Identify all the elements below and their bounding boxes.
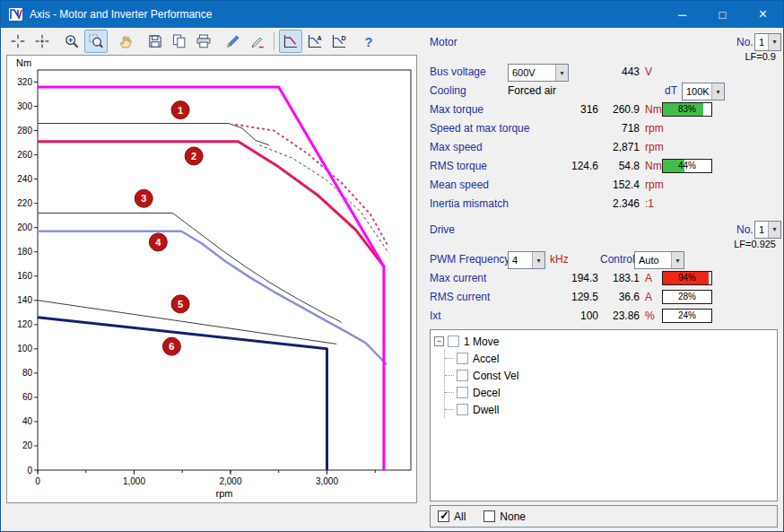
y-tick-label: 40 [22,416,33,426]
pen-edit-icon [225,33,241,49]
help-button[interactable]: ? [357,30,380,53]
motor-section-label: Motor [430,33,457,51]
max-torque-label: Max torque [430,100,483,119]
inertia-mismatch-unit: :1 [645,195,654,214]
zoom-window-button[interactable] [84,30,108,53]
curve-badge-5: 5 [171,295,189,313]
motor-no-select[interactable]: 1 [754,33,781,51]
pwm-frequency-unit: kHz [550,250,569,269]
zoom-in-button[interactable] [60,30,83,53]
tree-row-accel[interactable]: Accel [445,350,773,367]
badge-number: 2 [191,151,196,161]
max-speed-unit: rpm [645,138,664,157]
max-torque-value: 260.9 [600,100,640,119]
print-button[interactable] [192,30,215,53]
y-tick-label: 300 [17,101,32,111]
move-tree: 1 Move Accel Const Vel Decel [430,329,778,501]
accel-label[interactable]: Accel [473,353,499,365]
chart-frame [38,70,411,470]
move-1-checkbox[interactable] [448,336,459,347]
series-continuous-torque-curve [38,231,387,365]
pwm-frequency-select[interactable]: 4 [508,251,545,269]
bus-voltage-selected: 600V [509,64,555,83]
save-icon [147,33,163,49]
badge-number: 4 [155,237,161,248]
pen-annotate-button[interactable] [246,30,269,53]
speed-at-max-torque-row: Speed at max torque 718 rpm [430,119,778,138]
move-1-label[interactable]: 1 Move [464,336,499,348]
maximize-button[interactable]: □ [702,1,743,28]
close-button[interactable]: × [743,1,783,28]
all-checkbox[interactable] [438,510,449,522]
const-vel-label[interactable]: Const Vel [473,370,518,382]
torque-speed-chart[interactable]: 0204060801001201401601802002202402602803… [7,56,416,502]
mean-speed-row: Mean speed 152.4 rpm [430,176,778,195]
dt-label: dT [665,82,677,100]
rms-torque-limit: 124.6 [536,157,598,176]
dwell-label[interactable]: Dwell [473,404,499,416]
const-vel-checkbox[interactable] [457,370,468,381]
tree-row-dwell[interactable]: Dwell [445,401,773,418]
cooling-value: Forced air [508,82,556,100]
max-current-label: Max current [430,269,486,288]
max-current-unit: A [645,269,652,288]
titlebar[interactable]: Axis - Motor and Inverter Performance ─ … [1,1,783,28]
crosshair-cursor-button[interactable] [6,30,30,53]
x-tick-label: 3,000 [316,476,338,486]
rms-current-unit: A [645,288,652,307]
decel-checkbox[interactable] [457,387,468,398]
chevron-down-icon [532,252,544,268]
bar-percent: 44% [663,160,711,172]
chevron-down-icon [711,83,724,100]
select-all[interactable]: All [438,510,466,523]
dwell-checkbox[interactable] [457,404,468,415]
none-checkbox[interactable] [483,510,495,522]
app-window: Axis - Motor and Inverter Performance ─ … [0,0,784,532]
rms-current-label: RMS current [430,288,490,307]
drive-section-label: Drive [430,221,455,239]
minimize-button[interactable]: ─ [662,1,702,28]
crosshair-snap-button[interactable] [30,30,54,53]
series-application-torque-curve [38,318,327,470]
chart-accel-button[interactable]: A [303,30,327,53]
print-icon [196,33,212,49]
bus-voltage-select[interactable]: 600V [508,64,569,82]
y-tick-label: 140 [17,295,32,305]
max-speed-value: 2,871 [600,138,640,157]
rms-torque-usage-bar: 44% [662,159,712,173]
bus-voltage-unit: V [645,63,652,82]
y-tick-label: 240 [17,174,32,184]
dt-select[interactable]: 100K [682,83,725,100]
tree-row-const-vel[interactable]: Const Vel [445,367,773,384]
select-none[interactable]: None [483,510,526,523]
cooling-row: Cooling Forced air dT 100K [430,82,778,100]
pan-hand-button[interactable] [114,30,137,53]
curve-badge-2: 2 [185,147,203,165]
copy-button[interactable] [168,30,191,53]
decel-label[interactable]: Decel [473,387,501,399]
save-button[interactable] [144,30,167,53]
inertia-mismatch-value: 2.346 [600,195,640,214]
rms-torque-row: RMS torque 124.6 54.8 Nm 44% [430,157,778,176]
curve-badge-1: 1 [171,101,189,119]
y-tick-label: 0 [27,466,32,475]
y-tick-label: 20 [22,440,33,450]
chart-torque-speed-button[interactable] [279,30,302,53]
control-select[interactable]: Auto [634,251,684,269]
cooling-label: Cooling [430,82,466,100]
drive-no-select[interactable]: 1 [754,221,781,239]
speed-at-max-torque-label: Speed at max torque [430,119,529,138]
curve-badge-6: 6 [162,337,180,355]
pen-edit-button[interactable] [222,30,245,53]
chart-decel-button[interactable]: D [327,30,351,53]
bus-voltage-value: 443 [600,63,640,82]
none-label: None [500,510,526,523]
ixt-value: 23.86 [600,307,640,326]
accel-checkbox[interactable] [457,353,468,364]
y-tick-label: 160 [17,271,32,281]
max-current-usage-bar: 94% [662,271,712,285]
tree-row-decel[interactable]: Decel [445,384,773,401]
ixt-usage-bar: 24% [662,309,712,323]
tree-row-move[interactable]: 1 Move [434,333,773,350]
collapse-icon[interactable] [434,336,444,346]
